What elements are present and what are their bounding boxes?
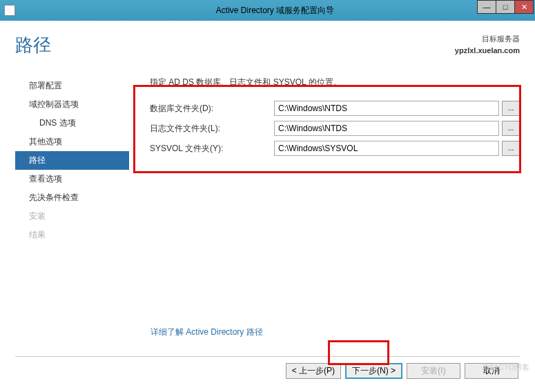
sidebar: 部署配置 域控制器选项 DNS 选项 其他选项 路径 查看选项 先决条件检查 安… (15, 77, 129, 356)
row-logs: 日志文件文件夹(L): ... (150, 121, 520, 136)
prev-button[interactable]: < 上一步(P) (286, 363, 341, 379)
input-sysvol[interactable] (274, 141, 499, 156)
label-logs: 日志文件文件夹(L): (150, 123, 274, 135)
next-button[interactable]: 下一步(N) > (345, 363, 402, 379)
browse-sysvol[interactable]: ... (502, 141, 520, 156)
browse-logs[interactable]: ... (502, 121, 520, 136)
nav-results: 结果 (15, 226, 129, 244)
nav-other-options[interactable]: 其他选项 (15, 133, 129, 151)
instruction-text: 指定 AD DS 数据库、日志文件和 SYSVOL 的位置。 (150, 77, 520, 88)
page-title: 路径 (15, 33, 51, 57)
row-database: 数据库文件夹(D): ... (150, 101, 520, 116)
window-controls: — □ ✕ (478, 0, 534, 14)
nav-dc-options[interactable]: 域控制器选项 (15, 95, 129, 114)
close-button[interactable]: ✕ (514, 0, 534, 14)
footer: < 上一步(P) 下一步(N) > 安装(I) 取消 (15, 356, 520, 385)
nav-review[interactable]: 查看选项 (15, 170, 129, 188)
browse-database[interactable]: ... (502, 101, 520, 116)
maximize-button[interactable]: □ (496, 0, 515, 14)
header: 路径 目标服务器 ypzlxl.xuelan.com (15, 33, 520, 57)
minimize-button[interactable]: — (477, 0, 496, 14)
install-button: 安装(I) (407, 363, 460, 379)
titlebar: Active Directory 域服务配置向导 — □ ✕ (0, 0, 535, 21)
app-icon (4, 5, 15, 16)
nav-dns-options[interactable]: DNS 选项 (15, 114, 129, 133)
input-logs[interactable] (274, 121, 499, 136)
nav-prereq[interactable]: 先决条件检查 (15, 188, 129, 207)
input-database[interactable] (274, 101, 499, 116)
main-panel: 指定 AD DS 数据库、日志文件和 SYSVOL 的位置。 数据库文件夹(D)… (129, 77, 520, 356)
target-server-name: ypzlxl.xuelan.com (455, 45, 520, 57)
window-title: Active Directory 域服务配置向导 (15, 5, 535, 17)
nav-deployment[interactable]: 部署配置 (15, 77, 129, 95)
target-server: 目标服务器 ypzlxl.xuelan.com (455, 33, 520, 56)
nav-paths[interactable]: 路径 (15, 151, 129, 170)
more-info-link[interactable]: 详细了解 Active Directory 路径 (150, 326, 263, 338)
label-database: 数据库文件夹(D): (150, 103, 274, 115)
watermark: @51CTO博客 (483, 362, 529, 373)
target-server-label: 目标服务器 (455, 33, 520, 45)
nav-install: 安装 (15, 207, 129, 226)
row-sysvol: SYSVOL 文件夹(Y): ... (150, 141, 520, 156)
label-sysvol: SYSVOL 文件夹(Y): (150, 143, 274, 155)
